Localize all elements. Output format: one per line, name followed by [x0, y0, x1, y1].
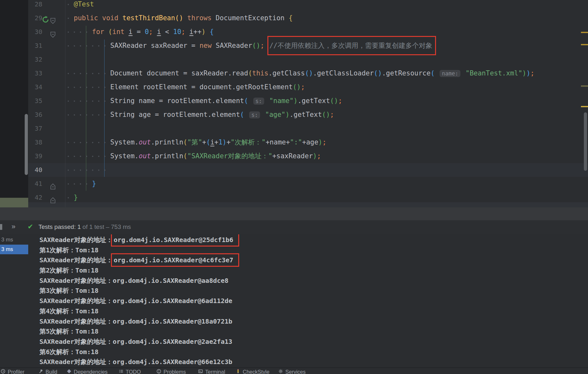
editor-vertical-scrollbar[interactable]: [584, 112, 587, 171]
code-token: i: [129, 28, 133, 36]
fold-end-icon[interactable]: [50, 181, 56, 187]
code-token: (): [322, 111, 330, 118]
code-token: .getText: [290, 111, 322, 118]
code-line[interactable]: 37: [28, 122, 588, 135]
line-number[interactable]: 34: [28, 80, 42, 94]
code-token: {: [289, 14, 293, 22]
console-label: 第1次解析：Tom:18: [39, 246, 98, 254]
line-number[interactable]: 31: [28, 39, 42, 53]
console-value: org.dom4j.io.SAXReader@18a0721b: [113, 317, 232, 325]
code-comment: //不使用依赖注入，多次调用，需要重复创建多个对象: [269, 42, 432, 49]
line-number[interactable]: 36: [28, 108, 42, 122]
code-token: [118, 14, 122, 22]
code-line[interactable]: 42}: [28, 191, 588, 204]
code-token: ): [285, 111, 290, 118]
test-tree-row[interactable]: 3 ms: [0, 235, 29, 245]
run-console[interactable]: SAXReader对象的地址：org.dom4j.io.SAXReader@25…: [28, 234, 588, 368]
code-line[interactable]: 35String name = rootElement.element( s: …: [28, 94, 588, 108]
line-number[interactable]: 40: [28, 163, 42, 177]
console-line: 第3次解析：Tom:18: [39, 286, 588, 296]
error-stripe-mark[interactable]: [581, 32, 588, 33]
code-token: (: [244, 97, 248, 105]
code-line[interactable]: 38System.out.println("第"+(i+1)+"次解析："+na…: [28, 135, 588, 149]
toolwindow-tab-checkstyle[interactable]: CheckStyle: [236, 369, 269, 374]
code-token: this: [252, 69, 269, 77]
line-number[interactable]: 32: [28, 53, 42, 66]
code-token: Document document = saxReader.read: [110, 69, 248, 77]
code-line[interactable]: 36String age = rootElement.element( s: "…: [28, 108, 588, 122]
toolwindow-tab-label: Profiler: [8, 369, 24, 374]
fold-collapse-icon[interactable]: [50, 15, 56, 22]
line-number[interactable]: 41: [28, 177, 42, 191]
code-line-content: [28, 163, 588, 177]
toolwindow-tab-terminal[interactable]: Terminal: [198, 369, 225, 374]
indent-whitespace: [67, 11, 74, 25]
toolwindow-tab-todo[interactable]: TODO: [119, 369, 141, 374]
left-panel-scrollbar[interactable]: [25, 114, 28, 175]
code-token: (: [431, 69, 435, 77]
code-line[interactable]: 40: [28, 163, 588, 177]
code-token: out: [139, 138, 151, 146]
line-number[interactable]: 38: [28, 135, 42, 149]
line-number[interactable]: 35: [28, 94, 42, 108]
param-name-hint: s:: [249, 111, 260, 118]
code-line-content: public void testThirdBean() throws Docum…: [28, 11, 588, 25]
code-token: SAXReader saxReader =: [110, 42, 199, 49]
code-line[interactable]: 41}: [28, 177, 588, 191]
code-editor[interactable]: 28@Test29public void testThirdBean() thr…: [28, 0, 588, 207]
toolwindow-tab-services[interactable]: Services: [278, 369, 306, 374]
code-line[interactable]: 28@Test: [28, 0, 588, 11]
fold-collapse-icon[interactable]: [50, 29, 56, 35]
code-line[interactable]: 33Document document = saxReader.read(thi…: [28, 66, 588, 80]
code-line[interactable]: 39System.out.println("SAXReader对象的地址："+s…: [28, 149, 588, 163]
code-line[interactable]: 31SAXReader saxReader = new SAXReader();…: [28, 39, 588, 53]
line-number[interactable]: 37: [28, 122, 42, 135]
toolwindow-tab-profiler[interactable]: Profiler: [1, 369, 24, 374]
left-panel-strip: [0, 0, 28, 198]
test-tree-panel[interactable]: 3 ms3 ms: [0, 234, 29, 368]
test-tree-row[interactable]: 3 ms: [0, 245, 29, 254]
toolwindow-tab-problems[interactable]: Problems: [156, 369, 186, 374]
code-line[interactable]: 29public void testThirdBean() throws Doc…: [28, 11, 588, 25]
code-line-content: @Test: [28, 0, 588, 11]
param-name-hint: s:: [253, 98, 264, 105]
expand-chevrons-icon[interactable]: »: [12, 222, 15, 231]
code-token: =: [133, 28, 145, 36]
code-token: ): [522, 69, 526, 77]
code-token: +name+: [265, 138, 290, 146]
line-number[interactable]: 42: [28, 191, 42, 204]
code-token: for: [92, 28, 104, 36]
code-token: [435, 69, 439, 77]
code-token: i: [210, 138, 214, 146]
code-line[interactable]: 34Element rootElement = document.getRoot…: [28, 80, 588, 94]
code-line[interactable]: 32: [28, 53, 588, 66]
code-token: {: [210, 28, 214, 36]
run-test-gutter-icon[interactable]: [42, 14, 49, 22]
error-stripe-mark[interactable]: [581, 85, 588, 87]
left-panel-green-band: [0, 198, 28, 207]
test-status-text: Tests passed: 1 of 1 test – 753 ms: [38, 223, 131, 230]
code-token: <: [161, 28, 173, 36]
line-number[interactable]: 39: [28, 149, 42, 163]
line-number[interactable]: 29: [28, 11, 42, 25]
code-line-content: String name = rootElement.element( s: "n…: [28, 94, 588, 108]
toolwindow-tab-label: Services: [285, 369, 306, 374]
fold-end-icon[interactable]: [50, 195, 56, 201]
code-token: (): [293, 83, 301, 91]
line-number[interactable]: 30: [28, 25, 42, 39]
line-number[interactable]: 28: [28, 0, 42, 11]
code-token: [185, 28, 189, 36]
toolwindow-tab-dependencies[interactable]: Dependencies: [67, 369, 108, 374]
error-stripe-mark[interactable]: [581, 106, 588, 107]
toolwindow-tab-build[interactable]: Build: [38, 369, 57, 374]
code-token: ;: [181, 28, 185, 36]
error-stripe-mark[interactable]: [581, 44, 588, 45]
checkstyle-icon: [236, 369, 240, 374]
code-token: +age: [302, 138, 318, 146]
code-token: ;: [317, 152, 321, 160]
console-line: 第2次解析：Tom:18: [39, 265, 588, 276]
code-token: String age = rootElement.element: [110, 111, 240, 118]
line-number[interactable]: 33: [28, 66, 42, 80]
indent-whitespace: [67, 94, 110, 108]
code-token: (): [305, 69, 313, 77]
